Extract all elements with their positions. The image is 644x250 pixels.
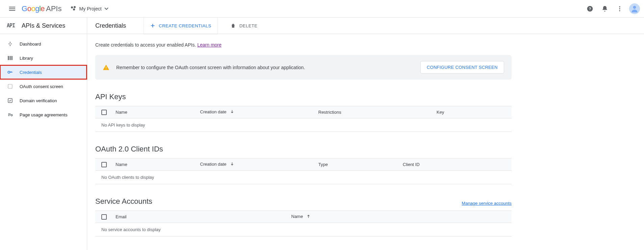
api-keys-section: API Keys Name Creation date Restrictions… [95, 92, 512, 132]
plus-icon [150, 23, 155, 28]
project-icon [70, 6, 76, 12]
apis-label: APIs [46, 4, 61, 13]
svg-point-3 [619, 8, 620, 9]
banner-message: Remember to configure the OAuth consent … [116, 65, 420, 70]
select-all-checkbox[interactable] [101, 110, 107, 115]
arrow-down-icon [230, 110, 234, 115]
api-keys-table: Name Creation date Restrictions Key No A… [95, 106, 512, 132]
sidebar-item-label: Domain verification [20, 98, 57, 103]
svg-point-5 [633, 6, 636, 9]
col-name[interactable]: Name [291, 214, 505, 220]
sidebar-item-credentials[interactable]: Credentials [0, 65, 87, 79]
learn-more-link[interactable]: Learn more [197, 42, 222, 48]
sidebar-item-label: Credentials [20, 70, 42, 75]
page-title: Credentials [95, 22, 126, 29]
delete-button[interactable]: DELETE [224, 18, 264, 34]
sidebar: API APIs & Services Dashboard Library Cr… [0, 18, 87, 250]
section-title: OAuth 2.0 Client IDs [95, 145, 163, 154]
key-icon [7, 69, 14, 76]
service-accounts-table: Email Name No service accounts to displa… [95, 211, 512, 237]
col-client-id[interactable]: Client ID [403, 162, 505, 167]
empty-state: No service accounts to display [95, 223, 512, 236]
sidebar-item-library[interactable]: Library [0, 51, 87, 65]
trash-icon [230, 23, 236, 28]
hamburger-icon [9, 7, 15, 11]
svg-point-9 [8, 71, 10, 73]
col-creation-date[interactable]: Creation date [200, 162, 318, 167]
col-name[interactable]: Name [116, 162, 200, 167]
dashboard-icon [7, 40, 14, 47]
consent-icon [7, 83, 14, 90]
sidebar-item-dashboard[interactable]: Dashboard [0, 37, 87, 51]
sidebar-item-label: Dashboard [20, 41, 41, 47]
col-restrictions[interactable]: Restrictions [318, 110, 437, 115]
svg-rect-10 [8, 84, 12, 88]
table-header-row: Name Creation date Restrictions Key [95, 106, 512, 118]
verify-icon [7, 97, 14, 104]
col-key[interactable]: Key [437, 110, 505, 115]
col-creation-date[interactable]: Creation date [200, 109, 318, 115]
more-options-button[interactable] [612, 1, 627, 16]
service-accounts-section: Service Accounts Manage service accounts… [95, 197, 512, 237]
main-content: Credentials CREATE CREDENTIALS DELETE Cr… [87, 18, 644, 250]
account-avatar[interactable] [629, 3, 640, 14]
content-header: Credentials CREATE CREDENTIALS DELETE [87, 18, 644, 34]
library-icon [7, 55, 14, 61]
col-email[interactable]: Email [116, 214, 291, 219]
api-icon: API [7, 23, 15, 29]
sidebar-item-oauth-consent[interactable]: OAuth consent screen [0, 79, 87, 93]
project-selector[interactable]: My Project [68, 4, 111, 13]
section-title: Service Accounts [95, 197, 152, 206]
svg-rect-7 [10, 56, 11, 60]
intro-message: Create credentials to access your enable… [95, 42, 197, 48]
svg-point-13 [106, 68, 106, 69]
button-label: CREATE CREDENTIALS [159, 23, 211, 28]
empty-state: No API keys to display [95, 118, 512, 132]
empty-state: No OAuth clients to display [95, 171, 512, 184]
sidebar-item-label: Page usage agreements [20, 112, 68, 117]
arrow-down-icon [230, 162, 234, 167]
sidebar-item-page-usage[interactable]: Page usage agreements [0, 108, 87, 122]
col-name[interactable]: Name [116, 110, 200, 115]
svg-text:?: ? [589, 6, 591, 11]
sidebar-item-label: Library [20, 56, 33, 61]
help-button[interactable]: ? [583, 1, 597, 16]
select-all-checkbox[interactable] [101, 162, 107, 167]
oauth-clients-table: Name Creation date Type Client ID No OAu… [95, 158, 512, 184]
sidebar-item-domain-verification[interactable]: Domain verification [0, 93, 87, 108]
avatar-icon [630, 4, 639, 13]
notifications-button[interactable] [597, 1, 612, 16]
button-label: DELETE [239, 23, 257, 28]
top-bar: Google APIs My Project ? [0, 0, 644, 18]
sidebar-title: APIs & Services [22, 22, 65, 29]
svg-rect-6 [8, 56, 9, 60]
svg-point-2 [619, 6, 620, 7]
chevron-down-icon [104, 7, 108, 10]
sidebar-item-label: OAuth consent screen [20, 84, 63, 89]
create-credentials-button[interactable]: CREATE CREDENTIALS [144, 18, 218, 34]
table-header-row: Name Creation date Type Client ID [95, 159, 512, 171]
google-logo-text: Google [22, 4, 45, 13]
project-name-label: My Project [79, 6, 101, 11]
svg-rect-11 [8, 99, 12, 103]
google-apis-logo[interactable]: Google APIs [22, 4, 61, 13]
warning-icon [103, 64, 109, 71]
sidebar-header[interactable]: API APIs & Services [0, 18, 87, 34]
table-header-row: Email Name [95, 211, 512, 223]
col-type[interactable]: Type [318, 162, 403, 167]
consent-warning-banner: Remember to configure the OAuth consent … [95, 55, 512, 80]
bell-icon [601, 5, 608, 12]
section-title: API Keys [95, 92, 126, 101]
manage-service-accounts-link[interactable]: Manage service accounts [462, 201, 512, 206]
arrow-up-icon [306, 215, 311, 220]
select-all-checkbox[interactable] [101, 214, 107, 220]
main-menu-button[interactable] [4, 1, 20, 17]
configure-consent-button[interactable]: CONFIGURE CONSENT SCREEN [420, 61, 504, 74]
svg-point-4 [619, 10, 620, 11]
kebab-icon [616, 5, 623, 12]
oauth-clients-section: OAuth 2.0 Client IDs Name Creation date … [95, 145, 512, 184]
intro-text: Create credentials to access your enable… [95, 42, 512, 48]
help-icon: ? [587, 5, 593, 12]
svg-rect-8 [11, 56, 13, 60]
usage-icon [7, 111, 14, 118]
